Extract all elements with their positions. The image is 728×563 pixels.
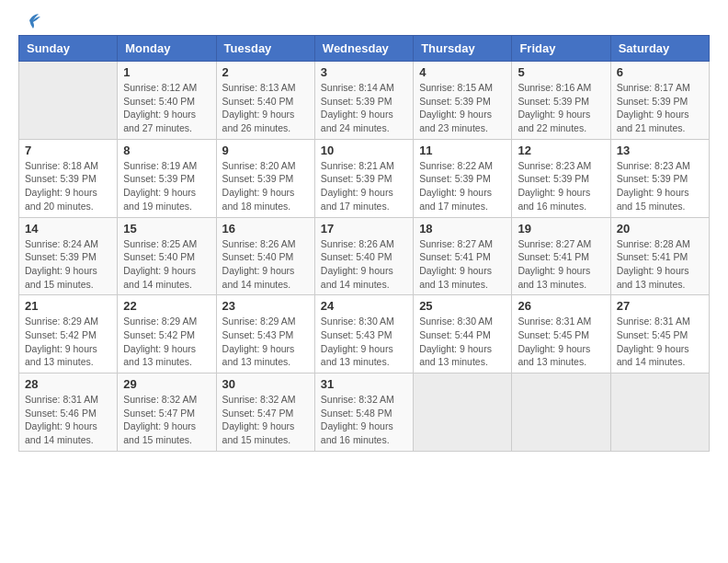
- calendar-cell: 21Sunrise: 8:29 AMSunset: 5:42 PMDayligh…: [19, 295, 118, 373]
- day-number: 5: [518, 65, 604, 79]
- day-info: Sunrise: 8:21 AMSunset: 5:39 PMDaylight:…: [321, 159, 407, 213]
- day-number: 11: [419, 144, 506, 157]
- calendar-week-1: 1Sunrise: 8:12 AMSunset: 5:40 PMDaylight…: [19, 62, 710, 140]
- day-info: Sunrise: 8:31 AMSunset: 5:45 PMDaylight:…: [617, 315, 703, 369]
- day-number: 29: [123, 377, 210, 391]
- calendar-cell: 30Sunrise: 8:32 AMSunset: 5:47 PMDayligh…: [216, 373, 314, 452]
- calendar-cell: [512, 373, 610, 452]
- day-info: Sunrise: 8:23 AMSunset: 5:39 PMDaylight:…: [518, 159, 604, 213]
- day-info: Sunrise: 8:17 AMSunset: 5:39 PMDaylight:…: [617, 81, 703, 135]
- day-info: Sunrise: 8:30 AMSunset: 5:43 PMDaylight:…: [321, 315, 407, 369]
- logo-bird-icon: [20, 13, 40, 29]
- calendar-cell: 13Sunrise: 8:23 AMSunset: 5:39 PMDayligh…: [610, 139, 709, 217]
- calendar-cell: 8Sunrise: 8:19 AMSunset: 5:39 PMDaylight…: [118, 139, 216, 217]
- calendar-cell: 5Sunrise: 8:16 AMSunset: 5:39 PMDaylight…: [512, 62, 610, 140]
- day-info: Sunrise: 8:27 AMSunset: 5:41 PMDaylight:…: [419, 237, 506, 292]
- day-number: 7: [25, 144, 111, 157]
- day-info: Sunrise: 8:19 AMSunset: 5:39 PMDaylight:…: [123, 159, 210, 213]
- day-info: Sunrise: 8:31 AMSunset: 5:46 PMDaylight:…: [25, 393, 111, 447]
- day-info: Sunrise: 8:32 AMSunset: 5:47 PMDaylight:…: [222, 393, 309, 447]
- calendar-cell: 10Sunrise: 8:21 AMSunset: 5:39 PMDayligh…: [314, 139, 413, 217]
- calendar-week-5: 28Sunrise: 8:31 AMSunset: 5:46 PMDayligh…: [19, 373, 710, 452]
- calendar-cell: 19Sunrise: 8:27 AMSunset: 5:41 PMDayligh…: [512, 217, 610, 295]
- calendar-cell: 2Sunrise: 8:13 AMSunset: 5:40 PMDaylight…: [216, 62, 314, 140]
- calendar-cell: 24Sunrise: 8:30 AMSunset: 5:43 PMDayligh…: [314, 295, 413, 373]
- calendar-cell: 26Sunrise: 8:31 AMSunset: 5:45 PMDayligh…: [512, 295, 610, 373]
- day-info: Sunrise: 8:14 AMSunset: 5:39 PMDaylight:…: [321, 81, 407, 135]
- col-header-wednesday: Wednesday: [314, 36, 413, 62]
- calendar-cell: 23Sunrise: 8:29 AMSunset: 5:43 PMDayligh…: [216, 295, 314, 373]
- day-info: Sunrise: 8:30 AMSunset: 5:44 PMDaylight:…: [419, 315, 506, 369]
- day-number: 1: [123, 65, 210, 79]
- day-number: 8: [123, 144, 210, 157]
- calendar-cell: 28Sunrise: 8:31 AMSunset: 5:46 PMDayligh…: [19, 373, 118, 452]
- day-number: 24: [321, 299, 407, 313]
- calendar-cell: 14Sunrise: 8:24 AMSunset: 5:39 PMDayligh…: [19, 217, 118, 295]
- col-header-tuesday: Tuesday: [216, 36, 314, 62]
- day-number: 18: [419, 222, 506, 236]
- calendar-cell: 12Sunrise: 8:23 AMSunset: 5:39 PMDayligh…: [512, 139, 610, 217]
- calendar-cell: 4Sunrise: 8:15 AMSunset: 5:39 PMDaylight…: [414, 62, 512, 140]
- day-number: 27: [617, 299, 703, 313]
- calendar-cell: 25Sunrise: 8:30 AMSunset: 5:44 PMDayligh…: [414, 295, 512, 373]
- day-number: 4: [419, 65, 506, 79]
- day-info: Sunrise: 8:29 AMSunset: 5:42 PMDaylight:…: [123, 315, 210, 369]
- calendar-cell: 11Sunrise: 8:22 AMSunset: 5:39 PMDayligh…: [414, 139, 512, 217]
- day-info: Sunrise: 8:26 AMSunset: 5:40 PMDaylight:…: [321, 237, 407, 292]
- day-number: 20: [617, 222, 703, 236]
- day-number: 13: [617, 144, 703, 157]
- day-info: Sunrise: 8:31 AMSunset: 5:45 PMDaylight:…: [518, 315, 604, 369]
- calendar-header: SundayMondayTuesdayWednesdayThursdayFrid…: [19, 36, 710, 62]
- day-info: Sunrise: 8:12 AMSunset: 5:40 PMDaylight:…: [123, 81, 210, 135]
- calendar-week-2: 7Sunrise: 8:18 AMSunset: 5:39 PMDaylight…: [19, 139, 710, 217]
- day-number: 10: [321, 144, 407, 157]
- col-header-monday: Monday: [118, 36, 216, 62]
- calendar-cell: 9Sunrise: 8:20 AMSunset: 5:39 PMDaylight…: [216, 139, 314, 217]
- day-info: Sunrise: 8:15 AMSunset: 5:39 PMDaylight:…: [419, 81, 506, 135]
- day-info: Sunrise: 8:20 AMSunset: 5:39 PMDaylight:…: [222, 159, 309, 213]
- day-info: Sunrise: 8:29 AMSunset: 5:42 PMDaylight:…: [25, 315, 111, 369]
- day-info: Sunrise: 8:23 AMSunset: 5:39 PMDaylight:…: [617, 159, 703, 213]
- day-info: Sunrise: 8:32 AMSunset: 5:47 PMDaylight:…: [123, 393, 210, 447]
- day-info: Sunrise: 8:29 AMSunset: 5:43 PMDaylight:…: [222, 315, 309, 369]
- day-number: 23: [222, 299, 309, 313]
- calendar-cell: [414, 373, 512, 452]
- calendar-cell: 18Sunrise: 8:27 AMSunset: 5:41 PMDayligh…: [414, 217, 512, 295]
- calendar-cell: 15Sunrise: 8:25 AMSunset: 5:40 PMDayligh…: [118, 217, 216, 295]
- day-number: 28: [25, 377, 111, 391]
- day-info: Sunrise: 8:32 AMSunset: 5:48 PMDaylight:…: [321, 393, 407, 447]
- day-number: 30: [222, 377, 309, 391]
- header: [18, 18, 710, 26]
- calendar-cell: 3Sunrise: 8:14 AMSunset: 5:39 PMDaylight…: [314, 62, 413, 140]
- day-number: 19: [518, 222, 604, 236]
- calendar-cell: 17Sunrise: 8:26 AMSunset: 5:40 PMDayligh…: [314, 217, 413, 295]
- day-number: 9: [222, 144, 309, 157]
- day-info: Sunrise: 8:28 AMSunset: 5:41 PMDaylight:…: [617, 237, 703, 292]
- day-number: 2: [222, 65, 309, 79]
- calendar-week-4: 21Sunrise: 8:29 AMSunset: 5:42 PMDayligh…: [19, 295, 710, 373]
- day-info: Sunrise: 8:26 AMSunset: 5:40 PMDaylight:…: [222, 237, 309, 292]
- calendar-cell: 1Sunrise: 8:12 AMSunset: 5:40 PMDaylight…: [118, 62, 216, 140]
- calendar-cell: 29Sunrise: 8:32 AMSunset: 5:47 PMDayligh…: [118, 373, 216, 452]
- day-info: Sunrise: 8:24 AMSunset: 5:39 PMDaylight:…: [25, 237, 111, 292]
- calendar-cell: 31Sunrise: 8:32 AMSunset: 5:48 PMDayligh…: [314, 373, 413, 452]
- day-number: 21: [25, 299, 111, 313]
- day-number: 3: [321, 65, 407, 79]
- calendar-table: SundayMondayTuesdayWednesdayThursdayFrid…: [18, 35, 710, 452]
- day-number: 6: [617, 65, 703, 79]
- day-info: Sunrise: 8:27 AMSunset: 5:41 PMDaylight:…: [518, 237, 604, 292]
- col-header-saturday: Saturday: [610, 36, 709, 62]
- calendar-cell: [610, 373, 709, 452]
- calendar-cell: 16Sunrise: 8:26 AMSunset: 5:40 PMDayligh…: [216, 217, 314, 295]
- col-header-sunday: Sunday: [19, 36, 118, 62]
- calendar-cell: 7Sunrise: 8:18 AMSunset: 5:39 PMDaylight…: [19, 139, 118, 217]
- day-number: 31: [321, 377, 407, 391]
- day-info: Sunrise: 8:25 AMSunset: 5:40 PMDaylight:…: [123, 237, 210, 292]
- calendar-cell: [19, 62, 118, 140]
- calendar-cell: 20Sunrise: 8:28 AMSunset: 5:41 PMDayligh…: [610, 217, 709, 295]
- calendar-cell: 22Sunrise: 8:29 AMSunset: 5:42 PMDayligh…: [118, 295, 216, 373]
- day-number: 25: [419, 299, 506, 313]
- day-info: Sunrise: 8:13 AMSunset: 5:40 PMDaylight:…: [222, 81, 309, 135]
- col-header-thursday: Thursday: [414, 36, 512, 62]
- calendar-cell: 6Sunrise: 8:17 AMSunset: 5:39 PMDaylight…: [610, 62, 709, 140]
